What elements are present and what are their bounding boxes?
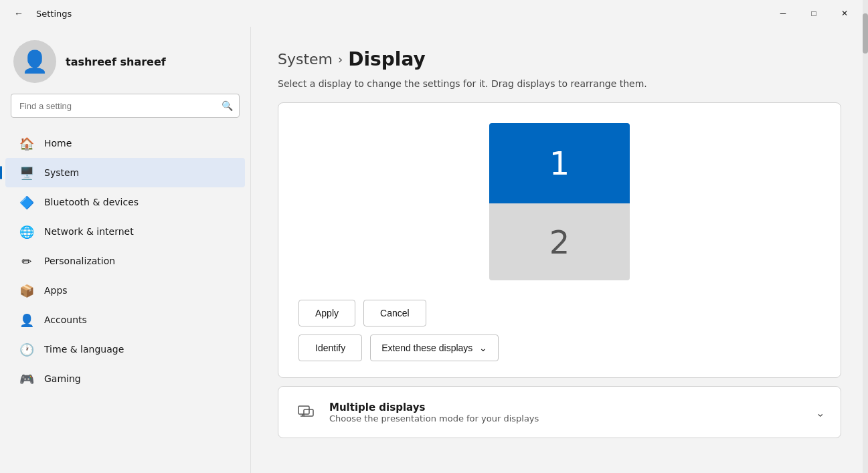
- display-1-number: 1: [549, 145, 570, 182]
- multiple-displays-icon: [294, 400, 319, 424]
- cancel-button[interactable]: Cancel: [363, 300, 426, 326]
- sidebar-item-bluetooth[interactable]: 🔷 Bluetooth & devices: [5, 187, 245, 217]
- sidebar: 👤 tashreef shareef 🔍 🏠 Home 🖥️ System 🔷: [0, 27, 251, 473]
- page-title: Display: [348, 48, 425, 70]
- multiple-displays-title: Multiple displays: [329, 401, 539, 413]
- breadcrumb-parent: System: [278, 51, 333, 68]
- user-icon: 👤: [21, 49, 48, 74]
- multiple-displays-subtitle: Choose the presentation mode for your di…: [329, 413, 539, 423]
- sidebar-item-time[interactable]: 🕐 Time & language: [5, 335, 245, 364]
- nav-label-apps: Apps: [44, 285, 68, 296]
- app-body: 👤 tashreef shareef 🔍 🏠 Home 🖥️ System 🔷: [0, 27, 868, 473]
- bluetooth-icon: 🔷: [19, 194, 35, 210]
- multiple-displays-section[interactable]: Multiple displays Choose the presentatio…: [278, 386, 841, 438]
- titlebar: ← Settings ─ □ ✕: [0, 0, 868, 27]
- maximize-button[interactable]: □: [798, 3, 829, 24]
- nav-label-network: Network & internet: [44, 226, 134, 237]
- nav-label-home: Home: [44, 138, 72, 149]
- accounts-icon: 👤: [19, 312, 35, 328]
- titlebar-controls: ─ □ ✕: [768, 3, 860, 24]
- sidebar-item-gaming[interactable]: 🎮 Gaming: [5, 364, 245, 393]
- nav-label-personalization: Personalization: [44, 256, 115, 266]
- system-icon: 🖥️: [19, 165, 35, 181]
- home-icon: 🏠: [19, 135, 35, 151]
- titlebar-left: ← Settings: [8, 3, 72, 24]
- identify-button[interactable]: Identify: [298, 335, 362, 361]
- avatar: 👤: [13, 40, 56, 83]
- user-profile: 👤 tashreef shareef: [0, 27, 250, 94]
- titlebar-title: Settings: [36, 9, 72, 19]
- search-container: 🔍: [0, 94, 250, 128]
- display-1[interactable]: 1: [489, 123, 630, 203]
- displays-area: 1 2: [298, 123, 820, 284]
- display-panel: 1 2 Apply Cancel Identify Extend these d…: [278, 102, 841, 378]
- sidebar-item-apps[interactable]: 📦 Apps: [5, 276, 245, 305]
- back-button[interactable]: ←: [8, 3, 29, 24]
- nav-menu: 🏠 Home 🖥️ System 🔷 Bluetooth & devices 🌐…: [0, 128, 250, 393]
- time-icon: 🕐: [19, 341, 35, 357]
- sidebar-item-system[interactable]: 🖥️ System: [5, 158, 245, 187]
- extend-dropdown-button[interactable]: Extend these displays ⌄: [370, 335, 499, 361]
- nav-label-gaming: Gaming: [44, 373, 81, 384]
- action-buttons-row: Apply Cancel: [298, 300, 820, 326]
- scrollbar-thumb[interactable]: [863, 27, 868, 54]
- nav-label-system: System: [44, 167, 79, 178]
- page-description: Select a display to change the settings …: [278, 78, 841, 89]
- gaming-icon: 🎮: [19, 371, 35, 387]
- close-button[interactable]: ✕: [829, 3, 860, 24]
- sidebar-item-personalization[interactable]: ✏️ Personalization: [5, 246, 245, 276]
- minimize-button[interactable]: ─: [768, 3, 798, 24]
- nav-label-time: Time & language: [44, 344, 124, 355]
- display-stack: 1 2: [489, 123, 630, 280]
- breadcrumb-arrow: ›: [338, 52, 343, 66]
- search-input[interactable]: [11, 94, 240, 118]
- personalization-icon: ✏️: [19, 253, 35, 269]
- sidebar-item-network[interactable]: 🌐 Network & internet: [5, 217, 245, 246]
- scrollbar-track[interactable]: [863, 27, 868, 473]
- nav-label-accounts: Accounts: [44, 314, 87, 325]
- apply-button[interactable]: Apply: [298, 300, 355, 326]
- extend-label: Extend these displays: [381, 343, 472, 353]
- multiple-displays-text: Multiple displays Choose the presentatio…: [329, 401, 539, 423]
- display-2[interactable]: 2: [489, 203, 630, 280]
- identify-extend-row: Identify Extend these displays ⌄: [298, 335, 820, 361]
- content-area: System › Display Select a display to cha…: [251, 27, 868, 473]
- sidebar-item-accounts[interactable]: 👤 Accounts: [5, 305, 245, 335]
- display-2-number: 2: [549, 223, 570, 261]
- search-wrapper: 🔍: [11, 94, 240, 118]
- apps-icon: 📦: [19, 282, 35, 298]
- svg-rect-1: [304, 409, 313, 416]
- breadcrumb: System › Display: [278, 48, 841, 70]
- nav-label-bluetooth: Bluetooth & devices: [44, 197, 139, 207]
- extend-chevron-icon: ⌄: [479, 343, 487, 353]
- user-name: tashreef shareef: [66, 56, 166, 68]
- multiple-displays-chevron-icon: ⌃: [816, 406, 824, 419]
- sidebar-item-home[interactable]: 🏠 Home: [5, 128, 245, 158]
- network-icon: 🌐: [19, 223, 35, 240]
